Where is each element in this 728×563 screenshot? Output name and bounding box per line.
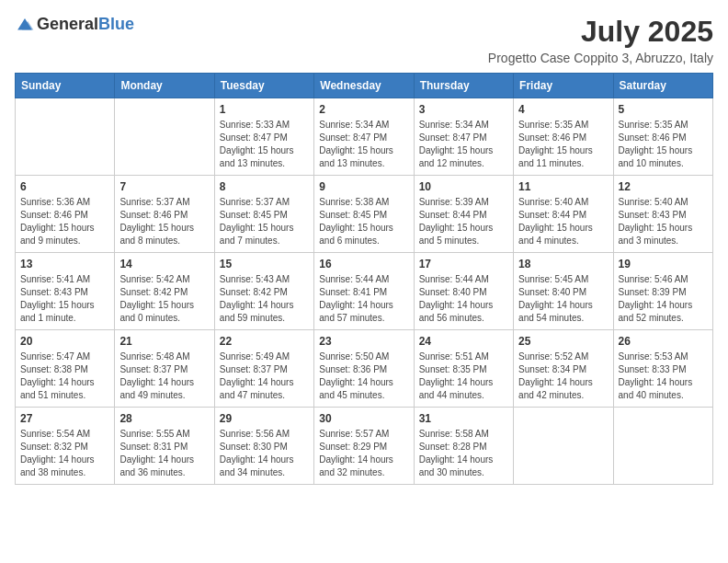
calendar-cell (514, 408, 613, 485)
calendar-cell: 9Sunrise: 5:38 AM Sunset: 8:45 PM Daylig… (314, 176, 414, 253)
calendar-cell: 22Sunrise: 5:49 AM Sunset: 8:37 PM Dayli… (214, 330, 313, 408)
logo-text: GeneralBlue (37, 15, 134, 34)
logo: GeneralBlue (15, 15, 134, 34)
day-info: Sunrise: 5:39 AM Sunset: 8:44 PM Dayligh… (419, 196, 508, 247)
day-info: Sunrise: 5:52 AM Sunset: 8:34 PM Dayligh… (518, 350, 608, 402)
day-info: Sunrise: 5:53 AM Sunset: 8:33 PM Dayligh… (619, 350, 708, 402)
day-info: Sunrise: 5:45 AM Sunset: 8:40 PM Dayligh… (518, 273, 608, 325)
day-number: 17 (419, 258, 508, 270)
day-info: Sunrise: 5:34 AM Sunset: 8:47 PM Dayligh… (319, 119, 408, 170)
day-number: 11 (518, 180, 608, 193)
day-info: Sunrise: 5:58 AM Sunset: 8:28 PM Dayligh… (419, 428, 508, 479)
day-info: Sunrise: 5:40 AM Sunset: 8:44 PM Dayligh… (518, 196, 608, 247)
day-info: Sunrise: 5:43 AM Sunset: 8:42 PM Dayligh… (220, 273, 309, 325)
calendar-week-2: 6Sunrise: 5:36 AM Sunset: 8:46 PM Daylig… (16, 176, 713, 253)
day-info: Sunrise: 5:47 AM Sunset: 8:38 PM Dayligh… (20, 350, 109, 402)
day-number: 14 (119, 258, 209, 270)
calendar-cell: 10Sunrise: 5:39 AM Sunset: 8:44 PM Dayli… (414, 176, 513, 253)
day-number: 18 (518, 258, 608, 270)
day-number: 27 (20, 412, 109, 425)
day-number: 8 (220, 180, 309, 193)
calendar-header-row: Sunday Monday Tuesday Wednesday Thursday… (16, 74, 713, 98)
day-number: 9 (319, 180, 408, 193)
day-info: Sunrise: 5:49 AM Sunset: 8:37 PM Dayligh… (220, 350, 309, 402)
day-info: Sunrise: 5:33 AM Sunset: 8:47 PM Dayligh… (220, 119, 309, 170)
day-info: Sunrise: 5:37 AM Sunset: 8:46 PM Dayligh… (119, 196, 209, 247)
calendar-cell: 24Sunrise: 5:51 AM Sunset: 8:35 PM Dayli… (414, 330, 513, 408)
day-info: Sunrise: 5:44 AM Sunset: 8:40 PM Dayligh… (419, 273, 508, 325)
day-number: 1 (220, 103, 309, 116)
day-number: 10 (419, 180, 508, 193)
day-number: 31 (419, 412, 508, 425)
day-info: Sunrise: 5:42 AM Sunset: 8:42 PM Dayligh… (119, 273, 209, 325)
day-info: Sunrise: 5:56 AM Sunset: 8:30 PM Dayligh… (220, 428, 309, 479)
calendar-cell: 27Sunrise: 5:54 AM Sunset: 8:32 PM Dayli… (16, 408, 115, 485)
day-info: Sunrise: 5:54 AM Sunset: 8:32 PM Dayligh… (20, 428, 109, 479)
day-info: Sunrise: 5:44 AM Sunset: 8:41 PM Dayligh… (319, 273, 408, 325)
title-block: July 2025 Progetto Case Coppito 3, Abruz… (488, 15, 713, 65)
header-monday: Monday (115, 74, 214, 98)
day-info: Sunrise: 5:35 AM Sunset: 8:46 PM Dayligh… (619, 119, 708, 170)
calendar-cell: 28Sunrise: 5:55 AM Sunset: 8:31 PM Dayli… (115, 408, 214, 485)
calendar-cell: 21Sunrise: 5:48 AM Sunset: 8:37 PM Dayli… (115, 330, 214, 408)
month-year: July 2025 (488, 15, 713, 49)
day-info: Sunrise: 5:50 AM Sunset: 8:36 PM Dayligh… (319, 350, 408, 402)
calendar-cell (115, 98, 214, 176)
day-number: 19 (619, 258, 708, 270)
header-friday: Friday (514, 74, 613, 98)
day-info: Sunrise: 5:48 AM Sunset: 8:37 PM Dayligh… (119, 350, 209, 402)
day-number: 28 (119, 412, 209, 425)
calendar-cell: 11Sunrise: 5:40 AM Sunset: 8:44 PM Dayli… (514, 176, 613, 253)
calendar-cell: 26Sunrise: 5:53 AM Sunset: 8:33 PM Dayli… (613, 330, 712, 408)
calendar-week-3: 13Sunrise: 5:41 AM Sunset: 8:43 PM Dayli… (16, 253, 713, 330)
calendar-cell: 31Sunrise: 5:58 AM Sunset: 8:28 PM Dayli… (414, 408, 513, 485)
day-number: 7 (119, 180, 209, 193)
calendar-cell: 23Sunrise: 5:50 AM Sunset: 8:36 PM Dayli… (314, 330, 414, 408)
day-info: Sunrise: 5:51 AM Sunset: 8:35 PM Dayligh… (419, 350, 508, 402)
calendar-cell: 15Sunrise: 5:43 AM Sunset: 8:42 PM Dayli… (214, 253, 313, 330)
calendar-cell: 12Sunrise: 5:40 AM Sunset: 8:43 PM Dayli… (613, 176, 712, 253)
day-number: 20 (20, 335, 109, 348)
calendar-cell: 20Sunrise: 5:47 AM Sunset: 8:38 PM Dayli… (16, 330, 115, 408)
day-info: Sunrise: 5:37 AM Sunset: 8:45 PM Dayligh… (220, 196, 309, 247)
calendar-table: Sunday Monday Tuesday Wednesday Thursday… (15, 73, 713, 485)
calendar-cell: 2Sunrise: 5:34 AM Sunset: 8:47 PM Daylig… (314, 98, 414, 176)
day-info: Sunrise: 5:41 AM Sunset: 8:43 PM Dayligh… (20, 273, 109, 325)
day-number: 3 (419, 103, 508, 116)
day-number: 30 (319, 412, 408, 425)
calendar-cell: 25Sunrise: 5:52 AM Sunset: 8:34 PM Dayli… (514, 330, 613, 408)
day-number: 21 (119, 335, 209, 348)
calendar-cell: 29Sunrise: 5:56 AM Sunset: 8:30 PM Dayli… (214, 408, 313, 485)
calendar-week-1: 1Sunrise: 5:33 AM Sunset: 8:47 PM Daylig… (16, 98, 713, 176)
calendar-cell: 8Sunrise: 5:37 AM Sunset: 8:45 PM Daylig… (214, 176, 313, 253)
header-sunday: Sunday (16, 74, 115, 98)
calendar-cell: 19Sunrise: 5:46 AM Sunset: 8:39 PM Dayli… (613, 253, 712, 330)
day-number: 24 (419, 335, 508, 348)
calendar-cell: 30Sunrise: 5:57 AM Sunset: 8:29 PM Dayli… (314, 408, 414, 485)
day-number: 4 (518, 103, 608, 116)
calendar-cell: 17Sunrise: 5:44 AM Sunset: 8:40 PM Dayli… (414, 253, 513, 330)
day-info: Sunrise: 5:38 AM Sunset: 8:45 PM Dayligh… (319, 196, 408, 247)
day-number: 6 (20, 180, 109, 193)
calendar-cell: 14Sunrise: 5:42 AM Sunset: 8:42 PM Dayli… (115, 253, 214, 330)
calendar-cell: 3Sunrise: 5:34 AM Sunset: 8:47 PM Daylig… (414, 98, 513, 176)
header-tuesday: Tuesday (214, 74, 313, 98)
day-number: 16 (319, 258, 408, 270)
calendar-cell: 1Sunrise: 5:33 AM Sunset: 8:47 PM Daylig… (214, 98, 313, 176)
header-thursday: Thursday (414, 74, 513, 98)
calendar-cell: 13Sunrise: 5:41 AM Sunset: 8:43 PM Dayli… (16, 253, 115, 330)
calendar-cell (16, 98, 115, 176)
calendar-cell: 7Sunrise: 5:37 AM Sunset: 8:46 PM Daylig… (115, 176, 214, 253)
calendar-cell (613, 408, 712, 485)
calendar-cell: 6Sunrise: 5:36 AM Sunset: 8:46 PM Daylig… (16, 176, 115, 253)
day-info: Sunrise: 5:55 AM Sunset: 8:31 PM Dayligh… (119, 428, 209, 479)
header-wednesday: Wednesday (314, 74, 414, 98)
calendar-cell: 4Sunrise: 5:35 AM Sunset: 8:46 PM Daylig… (514, 98, 613, 176)
day-number: 5 (619, 103, 708, 116)
calendar-week-5: 27Sunrise: 5:54 AM Sunset: 8:32 PM Dayli… (16, 408, 713, 485)
calendar-cell: 16Sunrise: 5:44 AM Sunset: 8:41 PM Dayli… (314, 253, 414, 330)
day-info: Sunrise: 5:40 AM Sunset: 8:43 PM Dayligh… (619, 196, 708, 247)
day-number: 23 (319, 335, 408, 348)
day-number: 15 (220, 258, 309, 270)
day-number: 25 (518, 335, 608, 348)
